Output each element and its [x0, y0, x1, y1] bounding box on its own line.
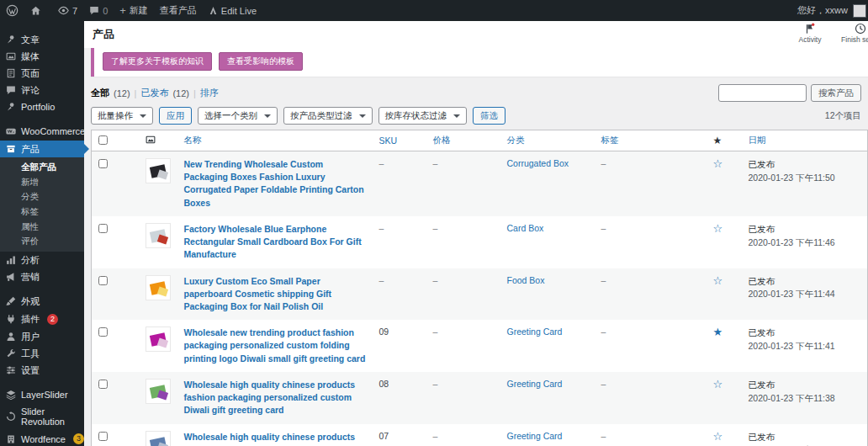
product-category-link[interactable]: Greeting Card	[507, 431, 563, 441]
product-name-link[interactable]: Luxury Custom Eco Small Paper paperboard…	[184, 275, 369, 314]
sidebar-item-tools[interactable]: 工具	[0, 345, 84, 362]
row-checkbox[interactable]	[98, 327, 108, 337]
sidebar-item-products[interactable]: 产品	[0, 141, 84, 157]
product-thumbnail[interactable]	[146, 158, 171, 183]
sidebar-item-users[interactable]: 用户	[0, 328, 84, 345]
product-price: –	[428, 268, 502, 321]
view-product-link[interactable]: 查看产品	[154, 0, 203, 21]
product-thumbnail[interactable]	[146, 275, 171, 300]
sidebar-item-appearance[interactable]: 外观	[0, 293, 84, 310]
site-home-icon[interactable]	[24, 0, 47, 21]
product-thumbnail[interactable]	[146, 379, 171, 404]
sidebar-item-slider-revolution[interactable]: Slider Revolution	[0, 403, 84, 430]
sidebar-item-label: 工具	[21, 348, 40, 358]
featured-star-filled-icon[interactable]: ★	[713, 326, 723, 338]
analytics-icon	[6, 255, 16, 265]
column-header-price[interactable]: 价格	[428, 130, 502, 151]
search-input[interactable]	[718, 84, 807, 102]
submenu-item[interactable]: 评价	[0, 234, 84, 249]
column-header-sku[interactable]: SKU	[374, 130, 428, 151]
product-name-link[interactable]: Factory Wholesale Blue Earphone Rectangu…	[184, 223, 369, 262]
finish-setup-button[interactable]: Finish setup	[841, 23, 868, 44]
product-sku: 07	[374, 424, 428, 446]
product-type-filter-select[interactable]: 按产品类型过滤	[283, 107, 373, 125]
submenu-item[interactable]: 全部产品	[0, 160, 84, 175]
activity-button[interactable]: Activity	[791, 23, 829, 44]
comments-menu[interactable]: 0	[83, 0, 114, 21]
pages-icon	[6, 68, 16, 78]
search-products-button[interactable]: 搜索产品	[811, 84, 861, 102]
product-category-link[interactable]: Corrugated Box	[507, 158, 569, 168]
product-thumbnail[interactable]	[146, 223, 171, 248]
row-checkbox[interactable]	[98, 224, 108, 233]
views-menu[interactable]: 7	[52, 0, 83, 21]
sidebar-item-settings[interactable]: 设置	[0, 362, 84, 379]
product-name-link[interactable]: Wholesale high quality chinese products …	[184, 379, 369, 417]
sidebar-item-media[interactable]: 媒体	[0, 48, 84, 65]
sidebar-item-marketing[interactable]: 营销	[0, 268, 84, 285]
category-filter-select[interactable]: 选择一个类别	[198, 107, 278, 125]
bulk-actions-select[interactable]: 批量操作	[91, 107, 153, 125]
avatar[interactable]	[853, 4, 866, 18]
stock-status-filter-select[interactable]: 按库存状态过滤	[378, 107, 468, 125]
view-affected-templates-button[interactable]: 查看受影响的模板	[219, 52, 303, 71]
sidebar-item-label: WooCommerce	[21, 126, 85, 136]
row-checkbox[interactable]	[98, 380, 108, 389]
filter-all-link[interactable]: 全部	[91, 87, 109, 99]
product-name-link[interactable]: Wholesale new trending product fashion p…	[184, 327, 369, 365]
column-header-date[interactable]: 日期	[744, 130, 868, 151]
featured-star-outline-icon[interactable]: ☆	[713, 378, 723, 390]
main-content: 产品 Activity Finish setup 了解更多关于模板的知识 查看受…	[84, 21, 868, 446]
appearance-icon	[6, 296, 16, 306]
product-name-link[interactable]: Wholesale high quality chinese products …	[184, 431, 369, 446]
filter-button[interactable]: 筛选	[473, 107, 505, 125]
sidebar-item-comments[interactable]: 评论	[0, 82, 84, 98]
column-header-featured[interactable]: ★	[708, 130, 744, 151]
users-icon	[6, 332, 16, 342]
learn-more-templates-button[interactable]: 了解更多关于模板的知识	[103, 52, 212, 71]
sidebar-item-plugins[interactable]: 插件2	[0, 311, 84, 328]
product-category-link[interactable]: Greeting Card	[507, 327, 563, 337]
select-all-checkbox[interactable]	[98, 135, 108, 145]
status-filter-links: 全部 (12) | 已发布 (12) | 排序	[91, 87, 219, 99]
sidebar-item-analytics[interactable]: 分析	[0, 252, 84, 268]
sidebar-item-woocommerce[interactable]: WooCommerce	[0, 123, 84, 140]
sort-link[interactable]: 排序	[200, 87, 219, 99]
filter-published-link[interactable]: 已发布	[140, 87, 168, 99]
featured-star-outline-icon[interactable]: ☆	[713, 430, 723, 443]
featured-star-outline-icon[interactable]: ☆	[713, 222, 723, 235]
posts-icon	[6, 35, 16, 45]
product-category-link[interactable]: Food Box	[507, 275, 545, 285]
product-category-link[interactable]: Greeting Card	[507, 379, 563, 389]
row-checkbox[interactable]	[98, 159, 108, 168]
edit-live-link[interactable]: Edit Live	[203, 0, 262, 21]
thumbnail-cell	[114, 320, 179, 372]
submenu-item[interactable]: 分类	[0, 189, 84, 204]
featured-star-outline-icon[interactable]: ☆	[713, 157, 723, 170]
column-header-category[interactable]: 分类	[502, 130, 596, 151]
product-thumbnail[interactable]	[146, 327, 171, 352]
column-header-tags[interactable]: 标签	[596, 130, 708, 151]
apply-button[interactable]: 应用	[159, 107, 192, 125]
publish-status: 已发布	[749, 158, 863, 172]
featured-star-outline-icon[interactable]: ☆	[713, 274, 723, 287]
user-greeting[interactable]: 您好，xxww	[797, 4, 848, 17]
product-thumbnail[interactable]	[146, 431, 171, 446]
submenu-item[interactable]: 标签	[0, 204, 84, 219]
product-name-link[interactable]: New Trending Wholesale Custom Packaging …	[184, 158, 369, 210]
sidebar-item-posts[interactable]: 文章	[0, 31, 84, 48]
sidebar-item-layerslider[interactable]: LayerSlider	[0, 386, 84, 403]
new-content-menu[interactable]: + 新建	[114, 0, 154, 21]
product-sku: –	[374, 268, 428, 321]
sidebar-item-wordfence[interactable]: Wordfence3	[0, 430, 84, 446]
row-checkbox[interactable]	[98, 276, 108, 285]
submenu-item[interactable]: 属性	[0, 219, 84, 234]
product-category-link[interactable]: Card Box	[507, 223, 544, 233]
sidebar-item-portfolio[interactable]: Portfolio	[0, 98, 84, 115]
row-checkbox[interactable]	[98, 432, 108, 441]
submenu-item[interactable]: 新增	[0, 174, 84, 189]
wordpress-logo-icon[interactable]	[0, 0, 24, 21]
settings-icon	[6, 365, 16, 375]
column-header-name[interactable]: 名称	[179, 130, 374, 151]
sidebar-item-pages[interactable]: 页面	[0, 65, 84, 82]
